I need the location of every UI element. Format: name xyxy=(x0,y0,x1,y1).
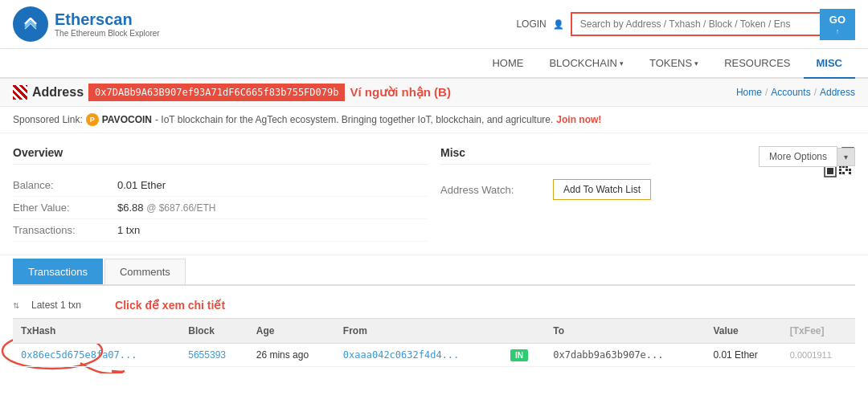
ether-value: $6.88 @ $687.66/ETH xyxy=(117,202,215,214)
cell-to: 0x7dabb9a63b907e... xyxy=(545,344,705,367)
coin-name: PAVOCOIN xyxy=(102,114,152,125)
login-link[interactable]: LOGIN xyxy=(516,18,546,30)
cell-txfee: 0.0001911 xyxy=(782,344,855,367)
header-right: LOGIN 👤 GO ↑ xyxy=(516,9,855,40)
search-button[interactable]: GO ↑ xyxy=(820,9,855,40)
transactions-label: Transactions: xyxy=(13,224,117,236)
transactions-value: 1 txn xyxy=(117,224,140,236)
transactions-table: TxHash Block Age From To Value [TxFee] 0… xyxy=(13,318,855,367)
misc-panel: Misc Address Watch: Add To Watch List xyxy=(440,146,855,242)
main-panels: Overview Balance: 0.01 Ether Ether Value… xyxy=(0,133,868,255)
direction-badge: IN xyxy=(510,349,528,361)
ether-value-label: Ether Value: xyxy=(13,202,117,214)
misc-title: Misc xyxy=(440,146,651,165)
breadcrumb-sep-2: / xyxy=(814,87,817,98)
col-value: Value xyxy=(705,319,781,344)
ether-value-row: Ether Value: $6.88 @ $687.66/ETH xyxy=(13,197,428,219)
breadcrumb-nav: Home / Accounts / Address xyxy=(736,87,855,98)
svg-rect-19 xyxy=(842,172,845,174)
balance-label: Balance: xyxy=(13,179,117,191)
latest-count: Latest 1 txn xyxy=(31,300,81,311)
logo-title: Etherscan xyxy=(55,10,160,29)
nav-misc[interactable]: MISC xyxy=(804,49,856,79)
col-direction xyxy=(502,319,545,344)
misc-content: Misc Address Watch: Add To Watch List xyxy=(440,146,651,205)
table-row: 0x86ec5d675e8fa07... 5655393 26 mins ago… xyxy=(13,344,855,367)
sponsored-description: - IoT blockchain for the AgTech ecosyste… xyxy=(155,114,553,125)
nav-tokens[interactable]: TOKENS ▾ xyxy=(637,49,711,77)
cell-age: 26 mins ago xyxy=(248,344,335,367)
breadcrumb-accounts[interactable]: Accounts xyxy=(771,87,810,98)
breadcrumb-home[interactable]: Home xyxy=(736,87,762,98)
table-header: TxHash Block Age From To Value [TxFee] xyxy=(13,319,855,344)
table-area: ⇅ Latest 1 txn Click để xem chi tiết TxH… xyxy=(0,286,868,373)
col-txfee: [TxFee] xyxy=(782,319,855,344)
address-section: Address 0x7DABb9A63B907ef93A71dF6C665f83… xyxy=(13,84,451,101)
login-icon: 👤 xyxy=(553,19,564,30)
block-link[interactable]: 5655393 xyxy=(188,349,226,361)
search-arrow-icon: ↑ xyxy=(829,27,845,35)
cell-block: 5655393 xyxy=(180,344,248,367)
address-watch-label: Address Watch: xyxy=(440,184,553,196)
col-to: To xyxy=(545,319,705,344)
search-btn-label: GO xyxy=(829,14,845,26)
table-header-row: ⇅ Latest 1 txn Click để xem chi tiết xyxy=(13,292,855,318)
click-note: Click để xem chi tiết xyxy=(115,299,225,312)
transactions-row: Transactions: 1 txn xyxy=(13,219,428,242)
svg-rect-17 xyxy=(849,169,851,171)
svg-rect-15 xyxy=(839,169,841,171)
sort-icon: ⇅ xyxy=(13,301,19,310)
logo-subtitle: The Ethereum Block Explorer xyxy=(55,29,160,38)
sponsored-label: Sponsored Link: xyxy=(13,114,83,125)
blockchain-caret-icon: ▾ xyxy=(620,59,624,67)
overview-panel: Overview Balance: 0.01 Ether Ether Value… xyxy=(13,146,428,242)
tokens-caret-icon: ▾ xyxy=(694,59,698,67)
nav-blockchain[interactable]: BLOCKCHAIN ▾ xyxy=(536,49,637,77)
nav-blockchain-label: BLOCKCHAIN xyxy=(549,57,617,69)
more-options-button[interactable]: More Options xyxy=(759,146,837,167)
overview-title: Overview xyxy=(13,146,428,165)
nav-tokens-label: TOKENS xyxy=(649,57,692,69)
add-to-watchlist-button[interactable]: Add To Watch List xyxy=(553,179,651,200)
cell-txhash: 0x86ec5d675e8fa07... xyxy=(13,344,180,367)
more-options-dropdown-button[interactable]: ▾ xyxy=(837,148,855,166)
nav-bar: HOME BLOCKCHAIN ▾ TOKENS ▾ RESOURCES MIS… xyxy=(0,49,868,79)
col-block: Block xyxy=(180,319,248,344)
col-from: From xyxy=(335,319,502,344)
transactions-table-wrapper: TxHash Block Age From To Value [TxFee] 0… xyxy=(13,318,855,367)
logo-text: Etherscan The Ethereum Block Explorer xyxy=(55,10,160,38)
address-note: Ví người nhận (B) xyxy=(350,85,450,100)
tab-comments[interactable]: Comments xyxy=(104,259,186,284)
tx-value: 0.01 Ether xyxy=(713,349,757,361)
address-icon xyxy=(13,85,27,100)
cell-direction: IN xyxy=(502,344,545,367)
more-options-caret-icon: ▾ xyxy=(844,153,848,161)
txhash-link[interactable]: 0x86ec5d675e8fa07... xyxy=(21,349,137,361)
balance-value: 0.01 Ether xyxy=(117,179,166,191)
join-link[interactable]: Join now! xyxy=(556,114,601,125)
cell-from: 0xaaa042c0632f4d4... xyxy=(335,344,502,367)
to-address: 0x7dabb9a63b907e... xyxy=(553,349,663,361)
address-value: 0x7DABb9A63B907ef93A71dF6C665f83b755FD07… xyxy=(88,84,345,101)
from-address-link[interactable]: 0xaaa042c0632f4d4... xyxy=(343,349,460,361)
logo-area: Etherscan The Ethereum Block Explorer xyxy=(13,6,160,42)
col-age: Age xyxy=(248,319,335,344)
svg-rect-16 xyxy=(845,169,848,171)
cell-value: 0.01 Ether xyxy=(705,344,781,367)
balance-row: Balance: 0.01 Ether xyxy=(13,174,428,197)
pavo-icon: P xyxy=(86,113,99,126)
nav-home[interactable]: HOME xyxy=(479,49,536,77)
ether-rate: @ $687.66/ETH xyxy=(146,202,215,214)
tabs: Transactions Comments xyxy=(13,259,855,286)
svg-rect-7 xyxy=(827,168,833,174)
ether-value-usd: $6.88 xyxy=(117,202,144,214)
nav-resources[interactable]: RESOURCES xyxy=(711,49,803,77)
breadcrumb-current: Address xyxy=(820,87,855,98)
sponsored-bar: Sponsored Link: P PAVOCOIN - IoT blockch… xyxy=(0,107,868,133)
header: Etherscan The Ethereum Block Explorer LO… xyxy=(0,0,868,49)
tab-transactions[interactable]: Transactions xyxy=(13,259,103,284)
misc-right: More Options ▾ xyxy=(823,146,855,181)
search-input[interactable] xyxy=(571,12,820,36)
address-label: Address xyxy=(32,85,84,100)
tx-fee: 0.0001911 xyxy=(790,350,832,360)
